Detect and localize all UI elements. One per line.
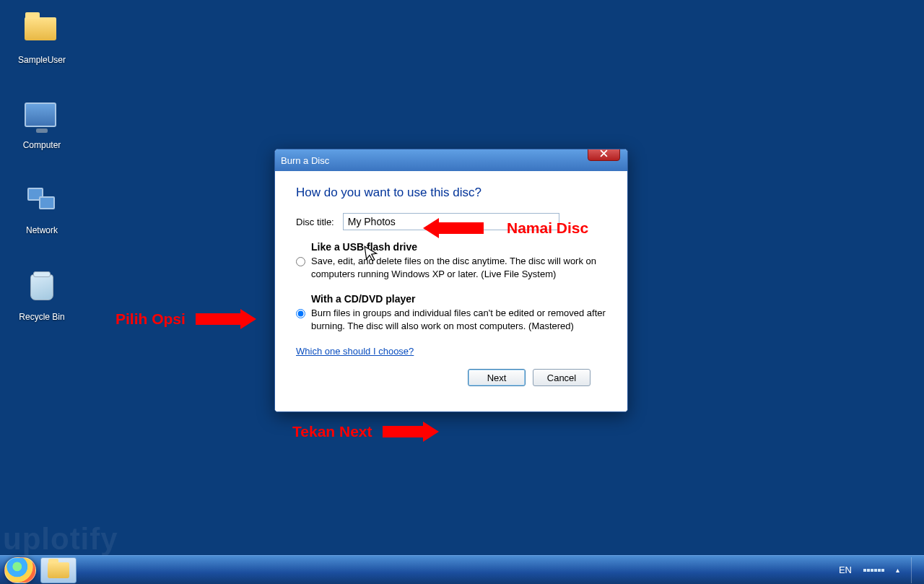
computer-icon [25,103,59,137]
desktop-icon-user[interactable]: SampleUser [13,10,71,65]
close-icon [600,149,608,157]
option-cddvd-desc: Burn files in groups and individual file… [311,307,606,333]
start-button[interactable] [4,557,36,583]
desktop-icon-computer[interactable]: Computer [13,98,71,150]
desktop-icon-recyclebin[interactable]: Recycle Bin [13,271,71,322]
cancel-button[interactable]: Cancel [533,369,590,386]
recycle-bin-icon [25,274,59,309]
icon-label: Recycle Bin [13,312,71,322]
annotation-press-next: Tekan Next [292,423,423,440]
dialog-title: Burn a Disc [281,155,329,166]
language-indicator[interactable]: EN [836,563,855,577]
desktop-icon-network[interactable]: Network [13,185,71,235]
annotation-pick-option: Pilih Opsi [116,310,240,328]
show-desktop-button[interactable] [911,557,920,583]
icon-label: Computer [13,140,71,150]
icon-label: Network [13,225,71,235]
input-indicator-icon[interactable] [863,569,884,572]
option-usb-radio[interactable] [296,243,305,281]
tray-chevron-icon[interactable]: ▴ [893,563,902,577]
dialog-heading: How do you want to use this disc? [296,186,606,200]
icon-label: SampleUser [13,55,71,65]
option-cddvd-radio[interactable] [296,295,305,333]
help-link[interactable]: Which one should I choose? [296,346,414,357]
taskbar: EN ▴ [0,555,924,584]
system-tray: EN ▴ [836,557,924,583]
watermark: uplotify [3,522,118,557]
option-cddvd-title: With a CD/DVD player [311,293,416,305]
network-icon [25,188,59,222]
close-button[interactable] [588,149,620,161]
disc-title-label: Disc title: [296,217,334,227]
option-cddvd[interactable]: With a CD/DVD player Burn files in group… [296,292,606,333]
mouse-cursor-icon [363,243,382,269]
folder-icon [25,17,59,52]
taskbar-pin-explorer[interactable] [40,557,77,583]
folder-icon [48,562,69,578]
disc-title-input[interactable] [343,213,559,230]
burn-disc-dialog: Burn a Disc How do you want to use this … [274,149,628,412]
option-usb[interactable]: Like a USB flash drive Save, edit, and d… [296,240,606,281]
option-usb-desc: Save, edit, and delete files on the disc… [311,255,606,281]
dialog-titlebar[interactable]: Burn a Disc [275,149,627,171]
next-button[interactable]: Next [468,369,526,386]
